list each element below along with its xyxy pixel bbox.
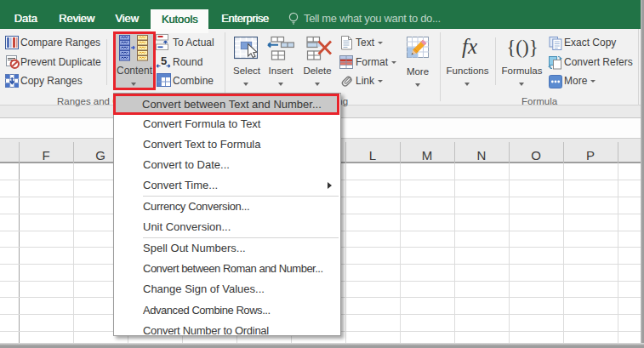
svg-text:5: 5: [161, 54, 167, 67]
